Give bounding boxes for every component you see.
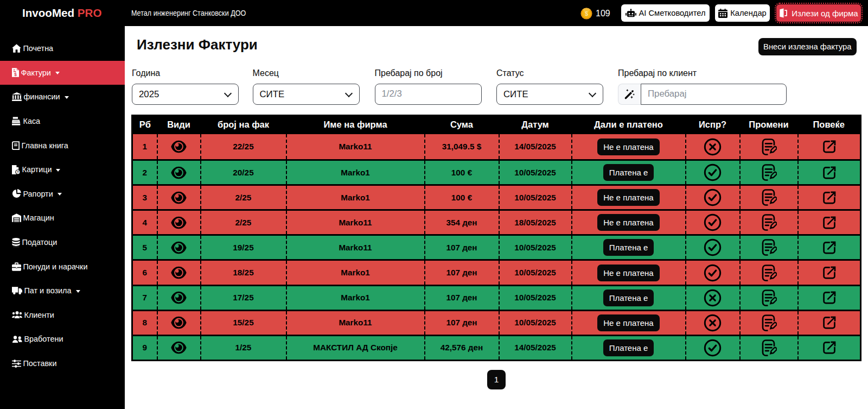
svg-text:$: $ bbox=[585, 10, 588, 17]
svg-text:$: $ bbox=[14, 72, 17, 77]
svg-text:?: ? bbox=[17, 170, 19, 174]
